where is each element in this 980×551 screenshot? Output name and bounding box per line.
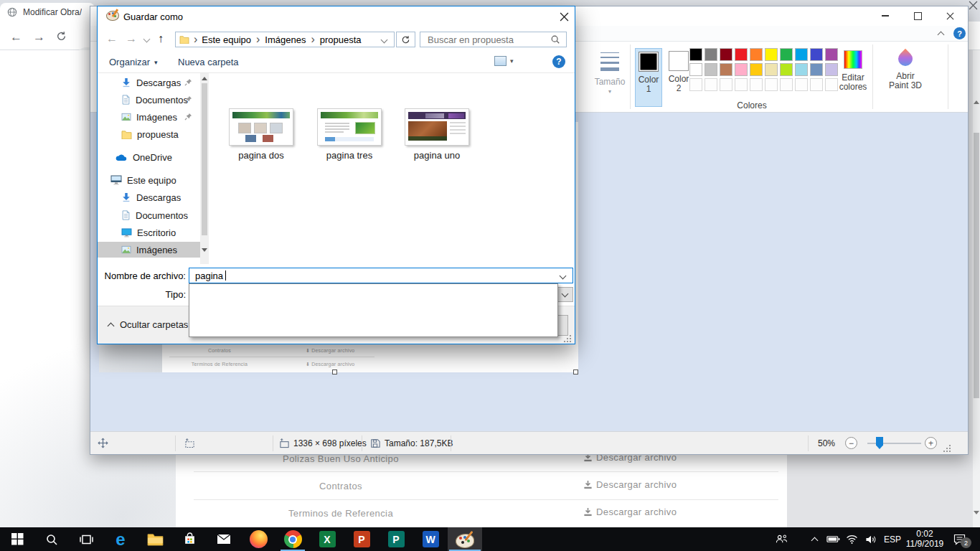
tray-hidden-icons[interactable] — [805, 527, 824, 551]
palette-swatch[interactable] — [795, 48, 808, 61]
reload-icon[interactable] — [56, 31, 67, 42]
palette-swatch-empty[interactable] — [720, 78, 732, 91]
sidebar-item-documentos-pc[interactable]: Documentos — [98, 207, 200, 223]
close-button[interactable] — [936, 6, 964, 25]
palette-swatch-empty[interactable] — [705, 78, 717, 91]
scroll-up-icon[interactable] — [974, 100, 979, 104]
canvas-resize-handle-corner[interactable] — [573, 369, 578, 375]
scroll-down-icon[interactable] — [974, 511, 979, 514]
taskbar-excel[interactable]: X — [310, 527, 344, 551]
taskbar-publisher[interactable]: P — [379, 527, 413, 551]
palette-swatch[interactable] — [780, 63, 793, 76]
new-folder-button[interactable]: Nueva carpeta — [178, 57, 239, 67]
palette-swatch[interactable] — [689, 63, 702, 76]
size-button[interactable]: Tamaño ▾ — [593, 48, 626, 107]
palette-swatch[interactable] — [735, 48, 748, 61]
palette-swatch[interactable] — [750, 48, 763, 61]
tray-wifi[interactable] — [842, 527, 861, 551]
taskbar-edge[interactable]: e — [103, 527, 138, 551]
start-button[interactable] — [0, 527, 34, 551]
search-input[interactable] — [426, 34, 544, 46]
search-icon[interactable] — [550, 34, 560, 44]
zoom-in-button[interactable]: + — [925, 437, 937, 449]
taskbar-file-explorer[interactable] — [138, 527, 172, 551]
scroll-up-icon[interactable] — [202, 77, 207, 80]
breadcrumb-item[interactable]: Imágenes — [265, 34, 306, 45]
taskbar-word[interactable]: W — [413, 527, 448, 551]
filename-dropdown-icon[interactable] — [560, 273, 567, 280]
browser-close-icon[interactable] — [969, 1, 978, 10]
color2-button[interactable]: Color2 — [665, 48, 692, 107]
palette-swatch[interactable] — [735, 63, 748, 76]
zoom-out-button[interactable]: − — [845, 437, 857, 449]
palette-swatch[interactable] — [689, 48, 702, 61]
search-box[interactable] — [420, 32, 567, 47]
sidebar-item-escritorio[interactable]: Escritorio — [98, 225, 200, 240]
download-link[interactable]: Descargar archivo — [583, 479, 677, 490]
palette-swatch[interactable] — [705, 63, 717, 76]
filename-input[interactable]: pagina — [189, 268, 573, 283]
file-thumbnail[interactable] — [317, 108, 382, 146]
palette-swatch-empty[interactable] — [735, 78, 748, 91]
minimize-button[interactable] — [871, 6, 900, 25]
resize-grip[interactable] — [943, 445, 951, 452]
task-view-button[interactable] — [69, 527, 103, 551]
sidebar-item-descargas[interactable]: Descargas — [98, 75, 200, 90]
sidebar-item-descargas-pc[interactable]: Descargas — [98, 189, 200, 205]
hide-folders-button[interactable]: Ocultar carpetas — [108, 319, 188, 330]
taskbar-firefox[interactable] — [241, 527, 275, 551]
save-button-fragment[interactable] — [558, 315, 568, 336]
zoom-slider-thumb[interactable] — [876, 437, 883, 449]
collapse-ribbon-icon[interactable] — [938, 32, 945, 39]
breadcrumb-item[interactable]: propuesta — [320, 34, 362, 45]
organize-menu[interactable]: Organizar▾ — [109, 57, 158, 67]
sidebar-item-propuesta[interactable]: propuesta — [98, 126, 200, 142]
file-thumbnail[interactable] — [229, 108, 293, 146]
help-icon[interactable]: ? — [552, 55, 565, 68]
dialog-close-icon[interactable] — [555, 9, 573, 24]
palette-swatch[interactable] — [780, 48, 793, 61]
tray-battery[interactable] — [824, 527, 842, 551]
open-paint3d-button[interactable]: AbrirPaint 3D — [883, 48, 928, 107]
tray-people[interactable] — [772, 527, 791, 551]
file-thumbnail[interactable] — [405, 108, 469, 146]
palette-swatch[interactable] — [750, 63, 763, 76]
palette-swatch-empty[interactable] — [810, 78, 823, 91]
canvas-resize-handle-bottom[interactable] — [332, 369, 337, 375]
sidebar-scrollbar[interactable] — [200, 73, 209, 264]
palette-swatch[interactable] — [825, 48, 838, 61]
back-icon[interactable]: ← — [10, 30, 22, 44]
palette-swatch[interactable] — [720, 63, 732, 76]
nav-forward-icon[interactable]: → — [126, 32, 137, 45]
sidebar-item-imagenes[interactable]: Imágenes — [98, 109, 200, 125]
download-link[interactable]: Descargar archivo — [583, 507, 677, 517]
taskbar-paint-active[interactable] — [448, 527, 482, 551]
browser-scrollbar[interactable] — [973, 50, 980, 527]
tray-clock[interactable]: 0:02 11/9/2019 — [903, 529, 947, 550]
sidebar-item-este-equipo[interactable]: Este equipo — [98, 172, 200, 188]
nav-up-icon[interactable]: ↑ — [158, 32, 164, 45]
taskbar-chrome[interactable] — [275, 527, 310, 551]
taskbar-search-button[interactable] — [34, 527, 69, 551]
palette-swatch-empty[interactable] — [825, 78, 838, 91]
browser-tab[interactable]: Modificar Obra/ — [0, 3, 95, 22]
breadcrumb[interactable]: › Este equipo › Imágenes › propuesta — [175, 32, 395, 47]
nav-history-icon[interactable] — [143, 36, 151, 43]
palette-swatch[interactable] — [810, 48, 823, 61]
color1-button[interactable]: Color1 — [635, 48, 662, 107]
change-view-button[interactable]: ▾ — [494, 56, 514, 66]
zoom-slider-track[interactable] — [867, 443, 921, 444]
breadcrumb-item[interactable]: Este equipo — [202, 34, 251, 45]
browser-scrollbar-thumb[interactable] — [974, 133, 979, 398]
palette-swatch-empty[interactable] — [750, 78, 763, 91]
palette-swatch[interactable] — [765, 63, 778, 76]
filetype-dropdown-button[interactable] — [556, 287, 573, 302]
breadcrumb-dropdown-icon[interactable] — [381, 37, 388, 44]
refresh-button[interactable] — [396, 32, 415, 47]
dialog-resize-grip[interactable] — [564, 335, 571, 342]
sidebar-scrollbar-thumb[interactable] — [202, 83, 207, 235]
palette-swatch-empty[interactable] — [689, 78, 702, 91]
taskbar-store[interactable] — [172, 527, 207, 551]
maximize-button[interactable] — [903, 6, 932, 25]
palette-swatch[interactable] — [825, 63, 838, 76]
